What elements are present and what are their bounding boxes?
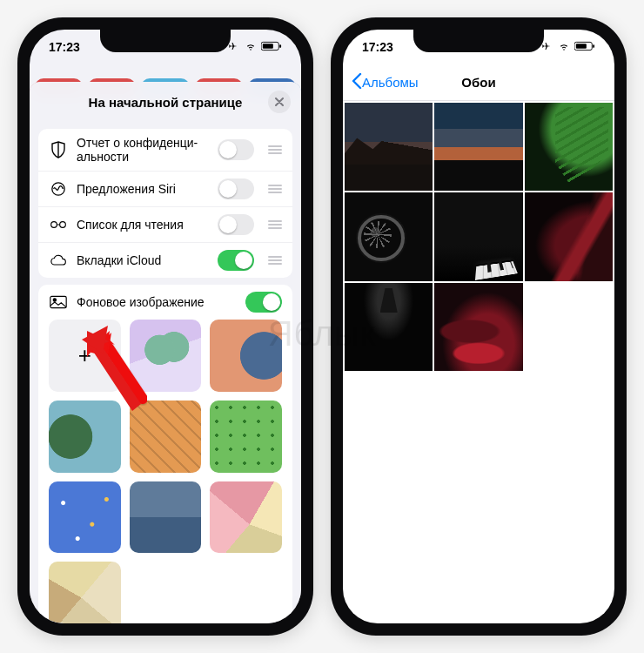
drag-handle-icon[interactable] (268, 145, 282, 154)
row-label: Отчет о конфиденци­альности (77, 136, 209, 164)
customize-start-page-sheet: На начальной странице Отчет о конфиденци… (30, 82, 301, 623)
svg-rect-1 (263, 44, 273, 49)
wifi-icon (557, 40, 571, 54)
photo-thumb[interactable] (345, 283, 433, 371)
status-time: 17:23 (362, 40, 393, 54)
svg-point-7 (53, 299, 56, 301)
notch (413, 30, 544, 52)
toggle-privacy[interactable] (218, 139, 254, 160)
row-privacy-report: Отчет о конфиденци­альности (38, 129, 292, 171)
battery-icon (261, 40, 282, 54)
plus-icon: + (78, 342, 91, 369)
status-time: 17:23 (49, 40, 80, 54)
cloud-icon (49, 254, 68, 266)
row-background-image: Фоновое изображение (38, 285, 292, 320)
back-button[interactable]: Альбомы (352, 64, 419, 100)
row-label: Список для чтения (77, 218, 209, 232)
wallpaper-thumb[interactable] (130, 481, 202, 554)
row-label: Предложения Siri (77, 182, 209, 196)
wallpaper-thumb[interactable] (130, 401, 202, 473)
wallpaper-thumb[interactable] (210, 481, 282, 554)
toggle-background-image[interactable] (245, 292, 282, 313)
close-button[interactable] (268, 91, 291, 113)
wallpaper-thumb[interactable] (130, 320, 202, 392)
toggle-reading[interactable] (218, 214, 254, 235)
wallpaper-thumb[interactable] (49, 401, 121, 473)
siri-icon (49, 181, 68, 197)
row-label: Вкладки iCloud (77, 253, 209, 267)
drag-handle-icon[interactable] (268, 220, 282, 229)
svg-rect-2 (279, 44, 281, 48)
background-image-card: Фоновое изображение + (38, 285, 292, 623)
notch (100, 30, 231, 52)
wallpaper-thumb[interactable] (210, 320, 282, 392)
row-reading-list: Список для чтения (38, 206, 292, 242)
glasses-icon (49, 219, 68, 230)
svg-point-4 (51, 222, 57, 228)
drag-handle-icon[interactable] (268, 256, 282, 265)
row-icloud-tabs: Вкладки iCloud (38, 242, 292, 278)
wallpaper-thumb[interactable] (49, 562, 121, 623)
settings-list: Отчет о конфиденци­альности Предложения … (38, 129, 292, 278)
toggle-siri[interactable] (218, 178, 254, 199)
photo-grid (343, 101, 614, 373)
photo-thumb[interactable] (434, 283, 522, 371)
photo-thumb[interactable] (345, 103, 433, 191)
svg-rect-16 (593, 44, 594, 48)
wifi-icon (244, 40, 258, 54)
toggle-icloud-tabs[interactable] (218, 250, 254, 271)
photo-thumb[interactable] (434, 103, 522, 191)
wallpaper-grid: + (38, 320, 292, 623)
photo-thumb[interactable] (525, 192, 613, 280)
back-label: Альбомы (362, 75, 419, 90)
photo-thumb[interactable] (345, 192, 433, 280)
shield-icon (49, 141, 68, 158)
chevron-left-icon (352, 73, 360, 91)
photo-thumb[interactable] (525, 103, 613, 191)
picture-icon (49, 295, 68, 309)
wallpaper-thumb[interactable] (210, 401, 282, 473)
svg-rect-6 (50, 297, 66, 308)
battery-icon (574, 40, 595, 54)
sheet-title: На начальной странице (89, 95, 243, 110)
phone-right: 17:23 Ал (331, 17, 627, 636)
row-siri-suggestions: Предложения Siri (38, 171, 292, 206)
close-icon (275, 95, 284, 109)
add-wallpaper-button[interactable]: + (49, 320, 121, 392)
svg-rect-15 (576, 44, 587, 49)
drag-handle-icon[interactable] (268, 185, 282, 193)
row-label: Фоновое изображение (77, 295, 237, 309)
wallpaper-thumb[interactable] (49, 481, 121, 554)
svg-point-5 (60, 222, 66, 228)
nav-title: Обои (461, 75, 495, 90)
photo-thumb[interactable] (434, 192, 522, 280)
phone-left: 17:23 (17, 17, 313, 636)
nav-bar: Альбомы Обои (343, 64, 614, 101)
